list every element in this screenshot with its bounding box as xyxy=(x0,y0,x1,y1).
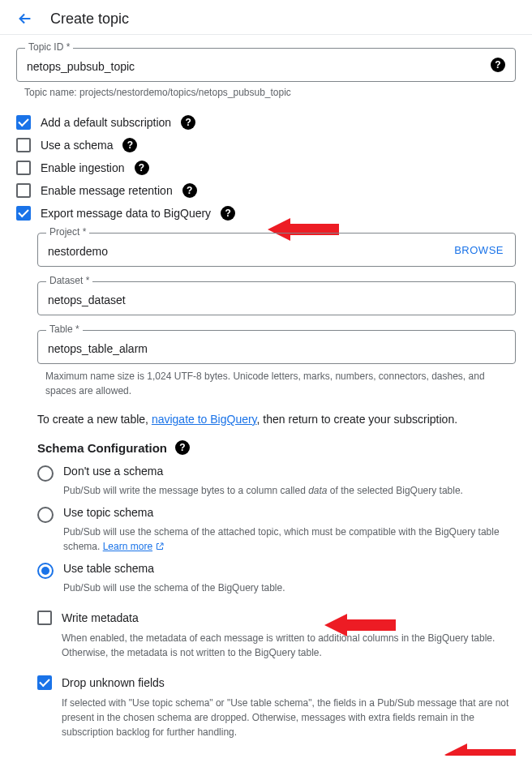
help-icon[interactable]: ? xyxy=(181,115,195,130)
topic-id-label: Topic ID * xyxy=(25,41,73,53)
write-metadata-label: Write metadata xyxy=(62,611,139,624)
topic-name-text: Topic name: projects/nestordemo/topics/n… xyxy=(24,87,516,98)
dataset-label: Dataset * xyxy=(46,275,92,286)
schema-topic-desc: Pub/Sub will use the schema of the attac… xyxy=(63,525,516,554)
schema-table-desc: Pub/Sub will use the schema of the BigQu… xyxy=(63,581,516,595)
schema-none-label: Don't use a schema xyxy=(63,465,163,478)
table-input[interactable] xyxy=(48,342,505,355)
annotation-arrow-icon xyxy=(444,740,517,756)
drop-unknown-desc: If selected with "Use topic schema" or "… xyxy=(62,696,516,739)
help-icon[interactable]: ? xyxy=(182,183,197,198)
default-subscription-label: Add a default subscription xyxy=(41,116,171,129)
use-schema-label: Use a schema xyxy=(41,139,113,152)
navigate-bigquery-link[interactable]: navigate to BigQuery xyxy=(152,413,257,426)
schema-table-radio[interactable] xyxy=(37,563,54,579)
schema-topic-label: Use topic schema xyxy=(63,506,153,519)
browse-button[interactable]: BROWSE xyxy=(454,244,504,256)
topic-id-field[interactable]: Topic ID * ? xyxy=(16,48,516,82)
topic-id-input[interactable] xyxy=(27,60,479,73)
help-icon[interactable]: ? xyxy=(122,138,137,152)
help-icon[interactable]: ? xyxy=(135,161,149,175)
drop-unknown-label: Drop unknown fields xyxy=(62,676,165,689)
help-icon[interactable]: ? xyxy=(491,58,505,72)
drop-unknown-checkbox[interactable] xyxy=(37,675,52,690)
table-help-text: Maximum name size is 1,024 UTF-8 bytes. … xyxy=(45,369,516,398)
table-field[interactable]: Table * xyxy=(37,330,516,364)
back-arrow-icon[interactable] xyxy=(16,10,34,28)
table-label: Table * xyxy=(46,324,83,335)
schema-none-radio[interactable] xyxy=(37,465,54,482)
schema-config-heading: Schema Configuration ? xyxy=(37,440,516,455)
enable-retention-label: Enable message retention xyxy=(41,184,173,197)
write-metadata-checkbox[interactable] xyxy=(37,611,52,625)
dataset-field[interactable]: Dataset * xyxy=(37,281,516,315)
project-input[interactable] xyxy=(48,245,434,258)
help-icon[interactable]: ? xyxy=(221,206,235,221)
external-link-icon xyxy=(155,542,165,551)
use-schema-checkbox[interactable] xyxy=(16,138,31,152)
project-field[interactable]: Project * BROWSE xyxy=(37,233,516,267)
default-subscription-checkbox[interactable] xyxy=(16,115,31,130)
page-title: Create topic xyxy=(50,11,129,28)
export-bigquery-checkbox[interactable] xyxy=(16,206,31,221)
schema-topic-radio[interactable] xyxy=(37,507,54,523)
create-table-text: To create a new table, navigate to BigQu… xyxy=(37,413,516,426)
project-label: Project * xyxy=(46,226,89,238)
enable-ingestion-checkbox[interactable] xyxy=(16,161,31,175)
write-metadata-desc: When enabled, the metadata of each messa… xyxy=(62,631,516,660)
dataset-input[interactable] xyxy=(48,294,505,306)
schema-table-label: Use table schema xyxy=(63,562,154,575)
help-icon[interactable]: ? xyxy=(175,440,190,455)
svg-marker-2 xyxy=(444,743,516,756)
enable-retention-checkbox[interactable] xyxy=(16,183,31,198)
export-bigquery-label: Export message data to BigQuery xyxy=(41,207,211,220)
schema-none-desc: Pub/Sub will write the message bytes to … xyxy=(63,483,516,498)
learn-more-link[interactable]: Learn more xyxy=(103,539,165,554)
enable-ingestion-label: Enable ingestion xyxy=(41,161,125,174)
